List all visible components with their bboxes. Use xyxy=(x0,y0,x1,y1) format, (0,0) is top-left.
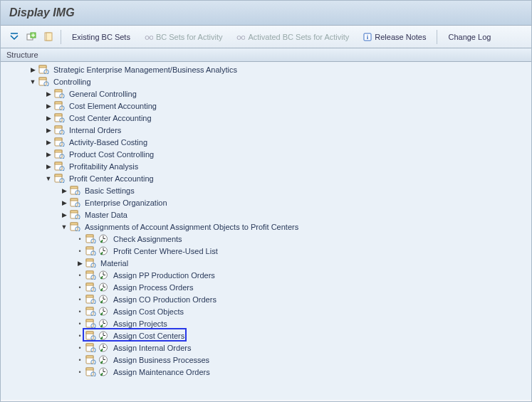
tree-node-label[interactable]: Assign Business Processes xyxy=(110,356,209,364)
execute-activity-icon[interactable] xyxy=(98,331,109,341)
expand-all-icon[interactable] xyxy=(6,29,22,45)
tree[interactable]: ▶Strategic Enterprise Management/Busines… xyxy=(1,62,531,400)
tree-row[interactable]: •Assign Business Processes xyxy=(1,354,531,366)
tree-node-label[interactable]: Check Assignments xyxy=(110,235,182,243)
tree-row[interactable]: ▶Cost Element Accounting xyxy=(1,100,531,112)
change-log-button[interactable]: Change Log xyxy=(442,30,497,44)
tree-node-label[interactable]: Material xyxy=(98,259,128,268)
tree-row[interactable]: ▶Master Data xyxy=(1,208,531,221)
tree-node-label[interactable]: General Controlling xyxy=(66,90,137,98)
tree-node-label[interactable]: Assign Cost Objects xyxy=(110,307,184,316)
tree-row[interactable]: ▶General Controlling xyxy=(1,88,531,100)
execute-activity-icon[interactable] xyxy=(98,282,109,292)
tree-row[interactable]: •Assign Cost Objects xyxy=(1,305,531,317)
img-doc-icon[interactable] xyxy=(53,89,65,99)
tree-row[interactable]: •Assign CO Production Orders xyxy=(1,293,531,305)
tree-row[interactable]: ▶Material xyxy=(1,257,531,269)
tree-row[interactable]: ▶Cost Center Accounting xyxy=(1,112,531,124)
existing-bc-sets-button[interactable]: Existing BC Sets xyxy=(66,30,137,44)
tree-node-label[interactable]: Cost Element Accounting xyxy=(66,102,157,110)
tree-row[interactable]: ▶Product Cost Controlling xyxy=(1,148,531,160)
expand-icon[interactable]: ▶ xyxy=(59,187,69,194)
tree-row[interactable]: ▼Profit Center Accounting xyxy=(1,172,531,184)
img-doc-icon[interactable] xyxy=(69,198,80,208)
img-doc-icon[interactable] xyxy=(53,113,65,123)
img-doc-icon[interactable] xyxy=(85,307,96,317)
tree-node-label[interactable]: Product Cost Controlling xyxy=(66,150,154,159)
expand-icon[interactable]: ▶ xyxy=(43,139,53,146)
tree-node-label[interactable]: Assign CO Production Orders xyxy=(110,295,217,304)
tree-node-label[interactable]: Controlling xyxy=(51,78,91,86)
img-doc-icon[interactable] xyxy=(85,343,96,353)
expand-icon[interactable]: ▶ xyxy=(43,127,53,134)
expand-icon[interactable]: ▶ xyxy=(43,90,53,97)
execute-activity-icon[interactable] xyxy=(98,307,109,317)
img-doc-icon[interactable] xyxy=(53,149,65,159)
tree-row[interactable]: •Assign Internal Orders xyxy=(1,342,531,354)
add-node-icon[interactable] xyxy=(24,29,39,45)
tree-node-label[interactable]: Basic Settings xyxy=(82,186,135,195)
tree-node-label[interactable]: Assign Internal Orders xyxy=(110,344,191,352)
collapse-icon[interactable]: ▼ xyxy=(43,175,53,182)
tree-node-label[interactable]: Assign Maintenance Orders xyxy=(110,368,210,376)
expand-icon[interactable]: ▶ xyxy=(75,260,85,267)
img-doc-icon[interactable] xyxy=(53,125,65,135)
tree-node-label[interactable]: Strategic Enterprise Management/Business… xyxy=(51,65,237,74)
img-doc-icon[interactable] xyxy=(53,174,65,184)
tree-row[interactable]: •Assign Cost Centers xyxy=(1,329,531,342)
expand-icon[interactable]: ▶ xyxy=(59,199,69,206)
expand-icon[interactable]: ▶ xyxy=(59,211,69,218)
tree-node-label[interactable]: Cost Center Accounting xyxy=(66,114,152,122)
img-doc-icon[interactable] xyxy=(85,319,96,329)
expand-icon[interactable]: ▶ xyxy=(43,163,53,170)
expand-icon[interactable]: ▶ xyxy=(43,115,53,122)
tree-node-label[interactable]: Assignments of Account Assignment Object… xyxy=(82,223,298,231)
tree-node-label[interactable]: Assign Projects xyxy=(110,319,167,328)
tree-row[interactable]: ▶Strategic Enterprise Management/Busines… xyxy=(1,63,531,75)
execute-activity-icon[interactable] xyxy=(98,355,109,365)
img-doc-icon[interactable] xyxy=(53,162,65,171)
tree-row[interactable]: ▼Assignments of Account Assignment Objec… xyxy=(1,221,531,233)
execute-activity-icon[interactable] xyxy=(98,367,109,377)
tree-node-label[interactable]: Profit Center Accounting xyxy=(66,174,154,183)
tree-node-label[interactable]: Activity-Based Costing xyxy=(66,138,147,147)
img-doc-icon[interactable] xyxy=(69,186,80,196)
img-doc-icon[interactable] xyxy=(85,331,96,341)
expand-icon[interactable]: ▶ xyxy=(43,102,53,110)
tree-node-label[interactable]: Profit Center Where-Used List xyxy=(110,247,218,255)
tree-node-label[interactable]: Assign PP Production Orders xyxy=(110,271,215,280)
tree-row[interactable]: •Assign PP Production Orders xyxy=(1,269,531,281)
tree-row[interactable]: •Assign Maintenance Orders xyxy=(1,366,531,378)
img-doc-icon[interactable] xyxy=(38,77,49,87)
img-doc-icon[interactable] xyxy=(69,210,80,220)
execute-activity-icon[interactable] xyxy=(98,319,109,329)
tree-node-label[interactable]: Internal Orders xyxy=(66,126,121,134)
tree-row[interactable]: ▶Profitability Analysis xyxy=(1,160,531,172)
execute-activity-icon[interactable] xyxy=(98,234,109,244)
img-doc-icon[interactable] xyxy=(69,222,80,232)
expand-icon[interactable]: ▶ xyxy=(43,151,53,158)
execute-activity-icon[interactable] xyxy=(98,343,109,353)
img-doc-icon[interactable] xyxy=(85,234,96,244)
tree-node-label[interactable]: Enterprise Organization xyxy=(82,199,167,207)
doc-icon[interactable] xyxy=(41,29,56,45)
tree-node-label[interactable]: Master Data xyxy=(82,211,127,219)
img-doc-icon[interactable] xyxy=(85,270,96,280)
tree-row[interactable]: •Profit Center Where-Used List xyxy=(1,245,531,257)
img-doc-icon[interactable] xyxy=(85,282,96,292)
tree-node-label[interactable]: Assign Cost Centers xyxy=(110,332,184,340)
tree-row[interactable]: ▶Activity-Based Costing xyxy=(1,136,531,148)
img-doc-icon[interactable] xyxy=(85,258,96,268)
tree-row[interactable]: ▶Internal Orders xyxy=(1,124,531,136)
img-doc-icon[interactable] xyxy=(85,367,96,377)
img-doc-icon[interactable] xyxy=(38,65,49,75)
tree-row[interactable]: ▶Basic Settings xyxy=(1,184,531,196)
collapse-icon[interactable]: ▼ xyxy=(28,78,38,85)
tree-row[interactable]: •Assign Projects xyxy=(1,317,531,329)
img-doc-icon[interactable] xyxy=(85,246,96,256)
img-doc-icon[interactable] xyxy=(53,137,65,147)
img-doc-icon[interactable] xyxy=(53,101,65,111)
execute-activity-icon[interactable] xyxy=(98,295,109,305)
tree-row[interactable]: •Check Assignments xyxy=(1,233,531,245)
release-notes-button[interactable]: i Release Notes xyxy=(357,30,432,44)
